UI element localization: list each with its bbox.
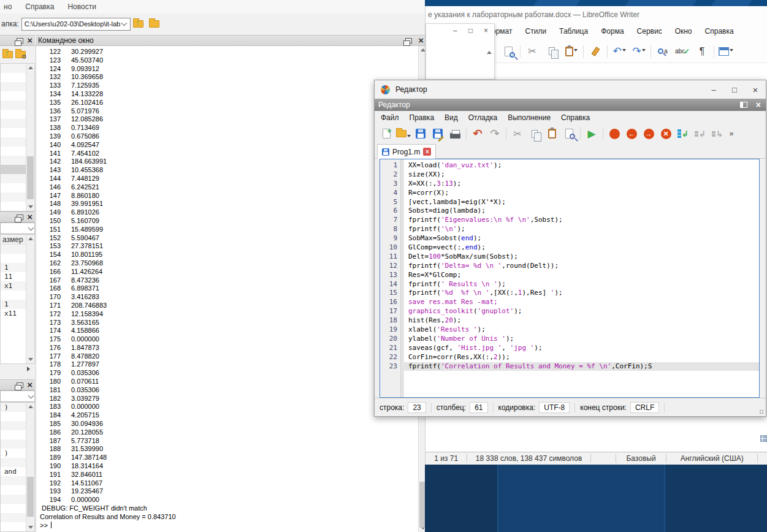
- workspace-size-column-header[interactable]: азмер: [1, 235, 26, 245]
- code-line[interactable]: 8fprintf('\n');: [404, 225, 759, 234]
- writer-menu-item[interactable]: Сервис: [637, 27, 662, 36]
- cut-button[interactable]: ✂: [524, 44, 540, 59]
- workspace-row[interactable]: [1, 254, 26, 263]
- history-row[interactable]: [1, 495, 26, 504]
- writer-menu-item[interactable]: Форма: [601, 27, 624, 36]
- writer-status-cell[interactable]: 1 из 71: [425, 454, 467, 463]
- history-row[interactable]: [1, 485, 26, 495]
- code-lines[interactable]: 1XX=load('dan_vuz.txt');2size(XX);3X=XX(…: [404, 159, 759, 397]
- file-list-item[interactable]: [1, 156, 26, 165]
- history-row[interactable]: [1, 412, 26, 421]
- history-scrollbar[interactable]: [26, 403, 34, 531]
- code-line[interactable]: 22CorFin=corr(Res,XX(:,2));: [404, 353, 759, 362]
- code-line[interactable]: 18hist(Res,20);: [404, 316, 759, 325]
- dock-icon[interactable]: [740, 102, 747, 108]
- workspace-row[interactable]: 1: [1, 263, 26, 272]
- close-icon[interactable]: ×: [756, 100, 761, 110]
- scroll-down-icon[interactable]: [28, 358, 33, 363]
- workspace-row[interactable]: [1, 291, 26, 300]
- print-preview-button[interactable]: [500, 44, 516, 59]
- octave-menu-item[interactable]: Справка: [25, 2, 54, 11]
- close-button[interactable]: ×: [745, 85, 766, 95]
- undock-icon[interactable]: [17, 38, 23, 44]
- new-script-button[interactable]: +: [378, 126, 394, 142]
- resize-grip[interactable]: [759, 409, 764, 414]
- paste-button[interactable]: [544, 126, 560, 142]
- spellcheck-button[interactable]: abc✓: [674, 44, 690, 59]
- code-line[interactable]: 6Sobst=diag(lambda);: [404, 207, 759, 216]
- scroll-up-icon[interactable]: [28, 235, 33, 240]
- insert-table-button[interactable]: [718, 44, 734, 59]
- file-list-item[interactable]: [1, 110, 26, 119]
- history-row[interactable]: [1, 421, 26, 430]
- close-icon[interactable]: ×: [27, 381, 32, 389]
- scroll-up-icon[interactable]: [28, 403, 33, 408]
- print-button[interactable]: [447, 126, 463, 142]
- save-as-button[interactable]: [430, 126, 446, 142]
- file-list-item[interactable]: [1, 64, 26, 73]
- scrollbar-thumb[interactable]: [27, 477, 34, 517]
- code-line[interactable]: 4R=corr(X);: [404, 189, 759, 198]
- file-list-item[interactable]: [1, 192, 26, 202]
- editor-menu-item[interactable]: Файл: [381, 113, 399, 122]
- scroll-down-icon[interactable]: [28, 526, 33, 531]
- writer-status-cell[interactable]: 18 338 слов, 138 437 символов: [467, 454, 590, 463]
- code-line[interactable]: 17graphics_toolkit('gnuplot');: [404, 307, 759, 316]
- paste-button[interactable]: [563, 44, 579, 59]
- file-list-item[interactable]: [1, 137, 26, 146]
- file-list-item[interactable]: [1, 146, 26, 156]
- scroll-down-icon[interactable]: [28, 205, 33, 211]
- prompt-line[interactable]: >>: [40, 522, 417, 530]
- folder-up-button[interactable]: ↑: [131, 17, 147, 31]
- scroll-right-icon[interactable]: [27, 367, 32, 371]
- file-browser-scrollbar[interactable]: [26, 64, 34, 211]
- writer-menu-item[interactable]: Окно: [675, 27, 692, 36]
- step-out-button[interactable]: ↳: [709, 126, 725, 142]
- workspace-filter-combobox[interactable]: [0, 222, 35, 234]
- code-line[interactable]: 10GlComp=vect(:,end);: [404, 243, 759, 253]
- undo-button[interactable]: ↶: [470, 126, 486, 142]
- code-line[interactable]: 20ylabel('Number of Unis ');: [404, 335, 759, 344]
- file-list-item[interactable]: [1, 82, 26, 91]
- next-breakpoint-button[interactable]: →: [641, 126, 657, 142]
- history-row[interactable]: [1, 513, 26, 522]
- history-row[interactable]: [1, 476, 26, 485]
- history-row[interactable]: [1, 430, 26, 439]
- editor-menu-item[interactable]: Отладка: [468, 113, 497, 122]
- workspace-row[interactable]: x1: [1, 281, 26, 291]
- redo-button[interactable]: ↷: [631, 44, 647, 59]
- file-list-item[interactable]: [1, 128, 26, 137]
- cut-button[interactable]: ✂: [509, 126, 525, 142]
- code-line[interactable]: 23fprintf('Correlation of Results and Mo…: [404, 362, 759, 371]
- maximize-icon[interactable]: □: [468, 26, 473, 35]
- file-browser-list[interactable]: [0, 63, 35, 211]
- octave-menu-item[interactable]: Новости: [67, 2, 96, 11]
- scrollbar-thumb[interactable]: [27, 156, 34, 199]
- workspace-row[interactable]: [1, 245, 26, 254]
- open-file-button[interactable]: [395, 126, 411, 142]
- editor-menu-item[interactable]: Справка: [561, 113, 590, 122]
- command-window[interactable]: 12230.29992712345.5037401249.09391213210…: [36, 46, 418, 532]
- editor-menu-item[interactable]: Правка: [410, 113, 435, 122]
- code-line[interactable]: 13Res=X*GlComp;: [404, 271, 759, 280]
- workspace-row[interactable]: x11: [1, 309, 26, 318]
- code-line[interactable]: 5[vect,lambda]=eig(X'*X);: [404, 198, 759, 207]
- file-list-item[interactable]: [1, 119, 26, 128]
- file-list-item[interactable]: [1, 165, 26, 174]
- code-line[interactable]: 19xlabel('Results ');: [404, 325, 759, 335]
- toolbar-overflow-button[interactable]: »: [727, 126, 736, 142]
- code-line[interactable]: 1XX=load('dan_vuz.txt');: [404, 161, 759, 170]
- current-folder-combobox[interactable]: C:\Users\u202-03\Desktop\it-labs\TEMA2: [21, 18, 131, 31]
- workspace-row[interactable]: 1: [1, 300, 26, 309]
- history-filter-combobox[interactable]: [0, 390, 35, 402]
- workspace-hscroll[interactable]: [0, 364, 35, 374]
- code-line[interactable]: 2size(XX);: [404, 170, 759, 180]
- folder-actions-icon[interactable]: ⚙: [15, 51, 26, 58]
- folder-up-icon[interactable]: ↑: [2, 51, 13, 58]
- code-line[interactable]: 9SobMax=Sobst(end);: [404, 234, 759, 243]
- writer-menu-item[interactable]: Стили: [525, 27, 547, 36]
- copy-button[interactable]: [527, 126, 543, 142]
- find-replace-button[interactable]: a: [655, 44, 671, 59]
- history-row[interactable]: [1, 439, 26, 449]
- writer-menu-item[interactable]: ормат: [492, 27, 513, 36]
